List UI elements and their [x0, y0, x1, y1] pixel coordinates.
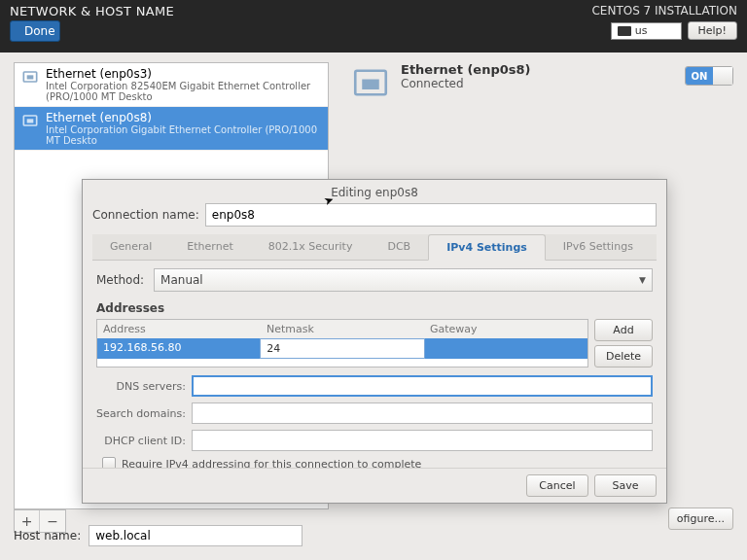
- nic-summary: Ethernet (enp0s8) Connected: [350, 62, 729, 107]
- ethernet-icon: [20, 67, 40, 102]
- table-row[interactable]: 192.168.56.80 24: [97, 338, 587, 359]
- dialog-footer: Cancel Save: [83, 468, 666, 503]
- main-content: Ethernet (enp0s3) Intel Corporation 8254…: [0, 52, 747, 560]
- search-domains-label: Search domains:: [96, 407, 186, 420]
- tab-general[interactable]: General: [92, 234, 169, 260]
- cell-gateway[interactable]: [425, 338, 587, 359]
- tab-8021x[interactable]: 802.1x Security: [251, 234, 371, 260]
- toggle-knob: [713, 67, 732, 85]
- addresses-wrap: Address Netmask Gateway 192.168.56.80 24…: [96, 319, 653, 368]
- method-label: Method:: [96, 273, 144, 287]
- method-row: Method: Manual ▼: [96, 268, 653, 292]
- lang-code: us: [635, 24, 648, 37]
- method-value: Manual: [160, 273, 203, 287]
- addresses-heading: Addresses: [96, 301, 653, 315]
- nic-on-toggle[interactable]: ON: [685, 66, 733, 86]
- col-netmask: Netmask: [261, 320, 424, 338]
- tab-ipv4-settings[interactable]: IPv4 Settings: [428, 234, 546, 261]
- method-select[interactable]: Manual ▼: [154, 268, 653, 292]
- dialog-body: Connection name: General Ethernet 802.1x…: [83, 203, 666, 468]
- ethernet-icon: [20, 111, 40, 146]
- search-domains-row: Search domains:: [96, 402, 653, 424]
- svg-rect-3: [27, 119, 34, 122]
- tab-ethernet[interactable]: Ethernet: [169, 234, 250, 260]
- cell-address[interactable]: 192.168.56.80: [97, 338, 260, 359]
- require-ipv4-checkbox[interactable]: [102, 457, 116, 468]
- dialog-title: Editing enp0s8 ➤: [83, 180, 666, 203]
- toggle-label: ON: [686, 67, 713, 85]
- keyboard-layout-selector[interactable]: us: [611, 22, 682, 40]
- hostname-row: Host name:: [14, 525, 302, 546]
- topbar-right: CENTOS 7 INSTALLATION us Help!: [591, 4, 737, 49]
- delete-address-button[interactable]: Delete: [594, 345, 653, 368]
- nic-name: Ethernet (enp0s3): [46, 67, 322, 81]
- installer-label: CENTOS 7 INSTALLATION: [591, 4, 737, 18]
- nic-text: Ethernet (enp0s3) Intel Corporation 8254…: [46, 67, 322, 102]
- dialog-title-text: Editing enp0s8: [331, 186, 418, 199]
- dns-row: DNS servers:: [96, 375, 653, 397]
- tab-ipv6-settings[interactable]: IPv6 Settings: [546, 234, 651, 260]
- hostname-label: Host name:: [14, 529, 81, 542]
- extra-fields: DNS servers: Search domains: DHCP client…: [96, 375, 653, 451]
- svg-rect-1: [27, 75, 34, 79]
- addresses-buttons: Add Delete: [594, 319, 653, 368]
- ethernet-icon: [350, 62, 391, 107]
- ipv4-pane: Method: Manual ▼ Addresses Address Netma…: [92, 261, 657, 468]
- nic-item[interactable]: Ethernet (enp0s8) Intel Corporation Giga…: [15, 107, 328, 151]
- dhcp-client-id-label: DHCP client ID:: [96, 435, 186, 447]
- edit-connection-dialog: Editing enp0s8 ➤ Connection name: Genera…: [82, 179, 667, 504]
- connection-name-input[interactable]: [205, 203, 657, 227]
- cancel-button[interactable]: Cancel: [526, 474, 588, 497]
- add-address-button[interactable]: Add: [594, 319, 653, 341]
- chevron-down-icon: ▼: [639, 275, 646, 285]
- nic-text: Ethernet (enp0s8) Intel Corporation Giga…: [46, 111, 322, 146]
- require-ipv4-label: Require IPv4 addressing for this connect…: [122, 458, 421, 469]
- tab-dcb[interactable]: DCB: [370, 234, 428, 260]
- page-title: NETWORK & HOST NAME: [10, 4, 174, 18]
- connection-name-row: Connection name:: [92, 203, 657, 227]
- lang-row: us Help!: [611, 21, 737, 40]
- nic-name: Ethernet (enp0s8): [46, 111, 322, 124]
- nic-sub: Intel Corporation 82540EM Gigabit Ethern…: [46, 81, 322, 102]
- svg-rect-5: [362, 80, 379, 90]
- connection-name-label: Connection name:: [92, 208, 199, 222]
- save-button[interactable]: Save: [594, 474, 657, 497]
- col-address: Address: [97, 320, 261, 338]
- dhcp-client-id-row: DHCP client ID:: [96, 430, 653, 451]
- topbar: NETWORK & HOST NAME Done CENTOS 7 INSTAL…: [0, 0, 747, 52]
- configure-button[interactable]: ofigure...: [668, 508, 733, 530]
- search-domains-input[interactable]: [192, 402, 653, 424]
- dns-label: DNS servers:: [96, 380, 186, 393]
- dialog-tabs: General Ethernet 802.1x Security DCB IPv…: [92, 234, 657, 261]
- hostname-input[interactable]: [89, 525, 302, 546]
- summary-status: Connected: [401, 77, 530, 90]
- require-ipv4-row[interactable]: Require IPv4 addressing for this connect…: [96, 457, 653, 468]
- help-button[interactable]: Help!: [688, 21, 738, 40]
- nic-item[interactable]: Ethernet (enp0s3) Intel Corporation 8254…: [15, 63, 328, 107]
- nic-sub: Intel Corporation Gigabit Ethernet Contr…: [46, 124, 322, 146]
- done-button[interactable]: Done: [10, 20, 60, 42]
- dhcp-client-id-input[interactable]: [192, 430, 653, 451]
- summary-text: Ethernet (enp0s8) Connected: [401, 62, 530, 90]
- col-gateway: Gateway: [424, 320, 587, 338]
- cell-netmask[interactable]: 24: [260, 338, 424, 359]
- dns-input[interactable]: [192, 375, 653, 397]
- keyboard-icon: [618, 26, 631, 36]
- topbar-left: NETWORK & HOST NAME Done: [10, 4, 174, 49]
- addresses-table[interactable]: Address Netmask Gateway 192.168.56.80 24: [96, 319, 588, 368]
- addresses-head: Address Netmask Gateway: [97, 320, 587, 338]
- summary-name: Ethernet (enp0s8): [401, 62, 530, 77]
